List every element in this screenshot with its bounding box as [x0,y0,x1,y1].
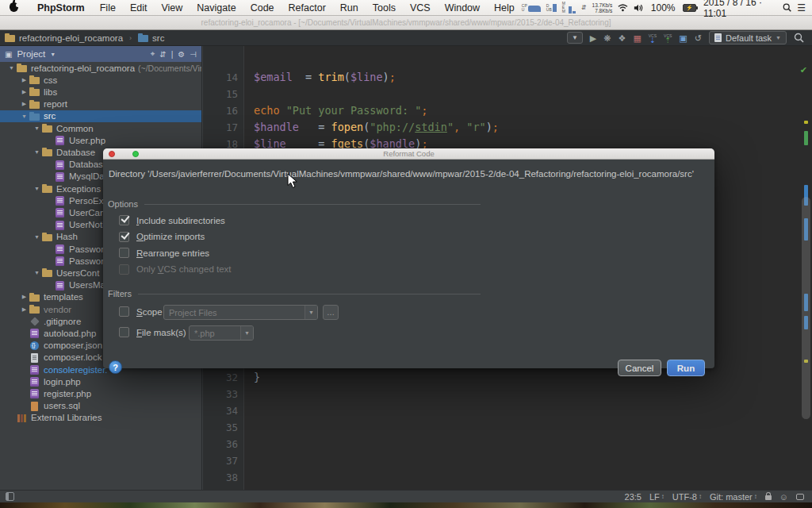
tree-item-common[interactable]: ▼Common [0,122,201,134]
chevron-down-icon[interactable]: ▼ [50,52,56,57]
tree-expanded-arrow-icon[interactable]: ▼ [19,114,29,119]
breadcrumb-project[interactable]: refactoring-eloi_rocamora [0,33,128,43]
menu-vcs[interactable]: VCS [403,0,438,16]
locate-file-icon[interactable]: ⌖ [151,49,155,59]
error-stripe-marker[interactable] [804,131,808,145]
scope-browse-button[interactable]: … [323,305,339,320]
wifi-icon[interactable] [618,3,628,13]
tree-collapsed-arrow-icon[interactable]: ▶ [19,294,29,300]
toolwindow-toggle-icon[interactable] [6,492,14,501]
help-button[interactable]: ? [109,360,122,374]
readonly-lock-icon[interactable] [765,495,772,500]
debug-icon[interactable]: ❋ [603,31,611,45]
project-panel-header[interactable]: ▣ Project ▼ ⌖ ⇵ | ⚙ ⊣ [0,46,201,62]
option-checkbox-rearrange-entries[interactable]: Rearrange entries [119,248,209,258]
tree-expanded-arrow-icon[interactable]: ▼ [32,270,42,275]
hector-inspector-icon[interactable]: ☺ [779,492,788,502]
option-checkbox-include-subdirectories[interactable]: Include subdirectories [119,215,225,225]
scope-combo[interactable]: Project Files ▼ [163,305,318,320]
error-stripe-marker[interactable] [804,121,808,124]
line-ending-selector[interactable]: LF↕ [649,492,665,502]
tree-expanded-arrow-icon[interactable]: ▼ [32,149,42,155]
menu-help[interactable]: Help [487,0,522,16]
encoding-selector[interactable]: UTF-8↕ [672,492,702,502]
changes-icon[interactable]: ▣ [679,31,687,45]
tree-collapsed-arrow-icon[interactable]: ▶ [19,77,29,83]
file-mask-combo[interactable]: *.php ▼ [189,325,254,341]
menu-code[interactable]: Code [243,0,282,16]
caret-position[interactable]: 23:5 [625,492,642,502]
run-icon[interactable]: ▶ [590,31,596,45]
cpu-widget-icon[interactable]: CPU [522,4,541,12]
memory-widget-icon[interactable]: MEM [562,2,576,13]
tree-item-report[interactable]: ▶report [0,98,201,110]
menu-window[interactable]: Window [438,0,487,16]
gear-icon[interactable]: ⚙ [178,50,185,59]
menu-edit[interactable]: Edit [123,0,155,16]
checkbox-icon[interactable] [119,248,129,258]
hide-panel-icon[interactable]: ⊣ [190,50,197,59]
menu-file[interactable]: File [93,0,123,16]
zoom-dot-icon[interactable] [132,151,139,157]
network-arrows-icon[interactable]: ⇵ [581,4,587,11]
run-config-dropdown[interactable]: ▼ [567,32,583,44]
menu-run[interactable]: Run [333,0,366,16]
editor-scrollbar[interactable] [802,197,810,419]
checkbox-icon[interactable] [119,327,129,337]
default-task-combo[interactable]: Default task ▼ [709,31,787,44]
network-speed[interactable]: 13.7Kb/s7.8Kb/s [592,2,613,13]
tree-expanded-arrow-icon[interactable]: ▼ [6,65,17,71]
volume-icon[interactable] [634,3,644,13]
tree-collapsed-arrow-icon[interactable]: ▶ [19,306,29,313]
menubar-clock[interactable]: 2015 / 8 / 16 · 11:01 [702,0,777,19]
notification-center-icon[interactable]: ☰ [797,2,806,13]
dialog-titlebar[interactable]: Reformat Code [103,148,714,160]
vcs-update-icon[interactable]: VCS⇣ [649,33,657,43]
menu-navigate[interactable]: Navigate [190,0,243,16]
cancel-button[interactable]: Cancel [618,360,661,376]
tree-item-external-libraries[interactable]: External Libraries [0,412,201,424]
checkbox-checked-icon[interactable] [119,215,129,225]
tree-item-register-php[interactable]: register.php [0,387,201,399]
tree-item-src[interactable]: ▼src [0,110,201,122]
search-everywhere-icon[interactable] [794,33,804,43]
chevron-down-icon[interactable]: ▼ [304,306,317,319]
tree-item-login-php[interactable]: login.php [0,375,201,387]
tree-expanded-arrow-icon[interactable]: ▼ [32,186,42,191]
tree-item-css[interactable]: ▶css [0,74,201,86]
checkbox-icon[interactable] [119,306,129,317]
event-log-icon[interactable] [796,494,804,500]
inspections-ok-icon[interactable]: ✔ [800,65,807,75]
disk-widget-icon[interactable]: DUB [546,4,557,12]
tree-collapsed-arrow-icon[interactable]: ▶ [19,101,29,107]
battery-percent[interactable]: 100% [649,2,677,13]
apple-menu[interactable] [10,2,18,13]
close-dot-icon[interactable] [109,151,115,157]
tree-collapsed-arrow-icon[interactable]: ▶ [19,89,29,95]
chevron-down-icon[interactable]: ▼ [240,326,253,340]
menu-tools[interactable]: Tools [366,0,403,16]
rollback-icon[interactable]: ↺ [695,31,702,45]
tree-expanded-arrow-icon[interactable]: ▼ [32,234,42,240]
coverage-icon[interactable]: ❖ [619,31,626,45]
menu-refactor[interactable]: Refactor [282,0,333,16]
checkbox-checked-icon[interactable] [119,232,129,242]
option-checkbox-only-vcs-changed-text[interactable]: Only VCS changed text [119,264,232,275]
spotlight-icon[interactable] [783,2,791,13]
option-checkbox-optimize-imports[interactable]: Optimize imports [119,232,205,242]
vcs-commit-icon[interactable]: VCS⇡ [664,33,672,43]
profile-icon[interactable]: ▦ [633,31,641,45]
breadcrumb-src[interactable]: src [133,33,169,43]
tree-expanded-arrow-icon[interactable]: ▼ [32,125,42,131]
run-button[interactable]: Run [667,360,705,376]
file-mask-checkbox[interactable]: File mask(s) [119,327,186,337]
tree-item-users-sql[interactable]: users.sql [0,400,201,412]
checkbox-icon[interactable] [119,264,129,275]
tree-item-libs[interactable]: ▶libs [0,86,201,98]
tree-item-refactoring-eloi-rocamora[interactable]: ▼refactoring-eloi_rocamora(~/Documents/V… [0,62,201,74]
menu-view[interactable]: View [154,0,190,16]
scope-checkbox[interactable]: Scope [119,306,163,317]
collapse-all-icon[interactable]: ⇵ [159,50,166,59]
tree-item-user-php[interactable]: User.php [0,134,201,146]
git-branch-selector[interactable]: Git: master↕ [710,492,757,502]
